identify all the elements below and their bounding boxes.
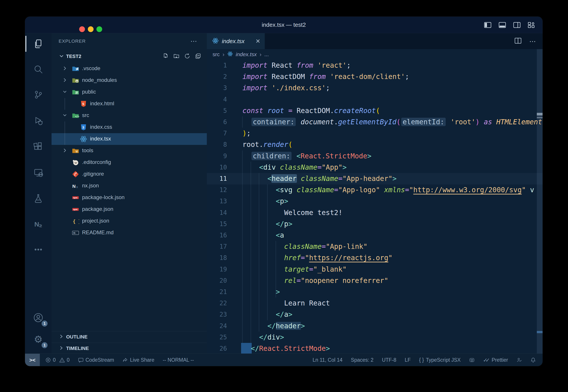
workspace-section-header[interactable]: TEST2 <box>52 52 207 61</box>
breadcrumb-src[interactable]: src <box>213 51 220 57</box>
activity-accounts-icon[interactable]: 1 <box>25 307 52 328</box>
activity-extensions-icon[interactable] <box>25 136 52 157</box>
status-spaces-2[interactable]: Spaces: 2 <box>351 357 373 363</box>
tab-index-tsx[interactable]: index.tsx ✕ <box>207 33 265 49</box>
breadcrumb-file[interactable]: index.tsx <box>236 51 257 57</box>
title-bar[interactable]: index.tsx — test2 <box>25 17 542 33</box>
refresh-icon[interactable] <box>184 53 190 60</box>
tree-item-tools[interactable]: ⚒tools <box>52 145 207 157</box>
status-0[interactable]: 0 <box>45 357 56 363</box>
activity-nx-console-icon[interactable]: N≥ <box>25 213 52 235</box>
activity-more-icon[interactable] <box>25 239 52 260</box>
code-line-12[interactable]: <svg className="App-logo" xmlns="http://… <box>242 184 534 196</box>
activity-run-and-debug-icon[interactable] <box>25 110 52 131</box>
code-line-18[interactable]: href="https://reactjs.org" <box>242 252 392 264</box>
tree-item-nx-json[interactable]: Nxnx.json <box>52 180 207 192</box>
code-line-15[interactable]: </p> <box>242 218 292 230</box>
code-line-7[interactable]: ); <box>242 128 251 139</box>
status-codestream[interactable]: CodeStream <box>78 357 114 363</box>
status-utf-8[interactable]: UTF-8 <box>382 357 396 363</box>
tree-item-label: nx.json <box>82 182 99 189</box>
activity-search-icon[interactable] <box>25 59 52 80</box>
status-person[interactable] <box>516 357 522 363</box>
activity-source-control-icon[interactable] <box>25 84 52 105</box>
tree-item-readme-md[interactable]: M↓README.md <box>52 227 207 239</box>
editor-group: index.tsx ✕ ⋯ src › index.tsx › <box>207 33 542 353</box>
tree-item-node-modules[interactable]: jsnode_modules <box>52 75 207 86</box>
code-line-16[interactable]: <a <box>242 230 284 241</box>
new-folder-icon[interactable] <box>173 53 179 60</box>
tree-item--gitignore[interactable]: .gitignore <box>52 168 207 180</box>
code-line-9[interactable]: children: <React.StrictMode> <box>242 150 371 162</box>
line-number: 11 <box>207 173 227 184</box>
split-editor-icon[interactable] <box>515 38 521 44</box>
css-icon: 3 <box>80 124 87 131</box>
status-lf[interactable]: LF <box>405 357 411 363</box>
status-typescript-jsx[interactable]: { }TypeScript JSX <box>419 357 461 363</box>
chevron-right-icon <box>62 66 68 72</box>
tree-item-index-html[interactable]: 5index.html <box>52 98 207 110</box>
code-line-13[interactable]: <p> <box>242 196 288 207</box>
line-number: 22 <box>207 297 227 309</box>
code-line-24[interactable]: </header> <box>242 320 305 332</box>
code-line-1[interactable]: import React from 'react'; <box>242 60 351 71</box>
code-line-21[interactable]: > <box>242 286 280 298</box>
close-tab-icon[interactable]: ✕ <box>255 38 260 45</box>
timeline-section[interactable]: TIMELINE <box>52 343 207 354</box>
tree-item--vscode[interactable]: .vscode <box>52 63 207 75</box>
line-number: 2 <box>207 71 227 82</box>
explorer-more-icon[interactable]: ⋯ <box>191 37 197 45</box>
code-line-2[interactable]: import ReactDOM from 'react-dom/client'; <box>242 71 409 83</box>
code-line-26[interactable]: </React.StrictMode> <box>242 343 330 353</box>
activity-explorer-icon[interactable] <box>25 33 52 55</box>
code-line-23[interactable]: </a> <box>242 309 292 320</box>
breadcrumb-symbol[interactable]: ... <box>264 51 269 57</box>
tree-item-package-lock-json[interactable]: npmpackage-lock.json <box>52 192 207 204</box>
toggle-secondary-sidebar-icon[interactable] <box>513 22 520 28</box>
tree-item-index-css[interactable]: 3index.css <box>52 121 207 133</box>
status-0[interactable]: 0 <box>59 357 70 363</box>
status--normal-[interactable]: -- NORMAL -- <box>163 357 194 363</box>
code-line-17[interactable]: className="App-link" <box>242 241 367 252</box>
status-bell[interactable] <box>530 357 536 363</box>
code-line-25[interactable]: </div> <box>242 332 284 343</box>
code-line-19[interactable]: target="_blank" <box>242 264 346 275</box>
code-line-5[interactable]: const root = ReactDOM.createRoot( <box>242 105 380 117</box>
code-area[interactable]: 1import React from 'react';2import React… <box>207 60 542 353</box>
code-line-8[interactable]: root.render( <box>242 139 292 150</box>
tree-item-index-tsx[interactable]: index.tsx <box>52 133 207 145</box>
tree-item-label: index.tsx <box>90 136 111 142</box>
code-line-3[interactable]: import './index.css'; <box>242 82 330 94</box>
new-file-icon[interactable] <box>163 53 168 60</box>
remote-indicator[interactable]: >< <box>25 354 40 366</box>
status-prettier[interactable]: ✓✓Prettier <box>483 357 508 363</box>
code-line-6[interactable]: container: document.getElementById(eleme… <box>242 116 542 128</box>
code-line-10[interactable]: <div className="App"> <box>242 162 346 173</box>
toggle-sidebar-icon[interactable] <box>484 22 491 28</box>
activity-settings-icon[interactable]: ⚙1 <box>25 329 52 350</box>
svg-text:x: x <box>76 185 78 189</box>
editor-scrollbar[interactable] <box>537 49 542 353</box>
code-line-14[interactable]: Welcome test2! <box>242 207 342 219</box>
tree-item-public[interactable]: public <box>52 86 207 98</box>
activity-remote-explorer-icon[interactable] <box>25 162 52 183</box>
tree-item-package-json[interactable]: npmpackage.json <box>52 204 207 215</box>
editor-more-actions-icon[interactable]: ⋯ <box>529 37 536 45</box>
code-line-20[interactable]: rel="noopener noreferrer" <box>242 275 388 286</box>
tree-item-src[interactable]: </>src <box>52 110 207 121</box>
node-folder-icon: js <box>72 77 79 84</box>
status-github[interactable] <box>469 357 475 363</box>
status-live-share[interactable]: Live Share <box>123 357 154 363</box>
outline-section[interactable]: OUTLINE <box>52 331 207 343</box>
toggle-panel-icon[interactable] <box>499 22 506 28</box>
customize-layout-icon[interactable] <box>528 22 535 28</box>
collapse-all-icon[interactable] <box>195 53 201 60</box>
tree-item--editorconfig[interactable]: .editorconfig <box>52 157 207 168</box>
tree-item-project-json[interactable]: { }project.json <box>52 215 207 227</box>
person-icon <box>516 357 522 363</box>
svg-text:</>: </> <box>75 115 79 118</box>
code-line-22[interactable]: Learn React <box>242 297 330 309</box>
activity-testing-icon[interactable] <box>25 188 52 209</box>
status-ln-11-col-14[interactable]: Ln 11, Col 14 <box>313 357 342 363</box>
code-line-11[interactable]: <header className="App-header"> <box>242 173 397 184</box>
